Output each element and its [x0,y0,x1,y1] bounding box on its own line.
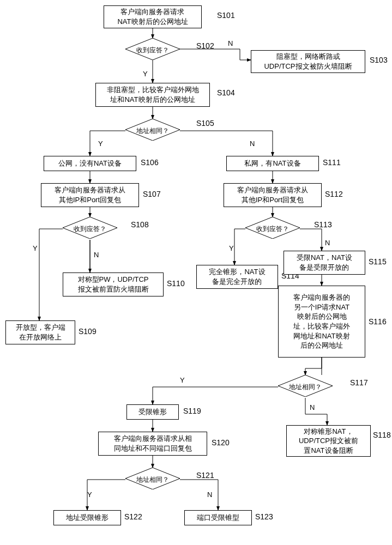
node-text: 对称型PW，UDP/TCP报文被前置防火墙阻断 [78,275,149,294]
node-s103: 阻塞型，网络断路或UDP/TCP报文被防火墙阻断 [251,50,365,73]
node-s106: 公网，没有NAT设备 [44,156,136,171]
node-s112: 客户端向服务器请求从其他IP和Port回复包 [224,183,322,207]
node-s109: 开放型，客户端在开放网络上 [5,320,75,344]
label-y: Y [180,376,185,384]
node-text: 地址相同？ [125,468,180,492]
label-y: Y [98,140,103,148]
node-s108: 收到应答？ [63,217,117,241]
node-text: 客户端向服务器请求从其他IP和Port回复包 [55,185,125,204]
node-text: 客户端向服务器请求NAT映射后的公网地址 [117,7,188,26]
node-text: 非阻塞型，比较客户端外网地址和NAT映射后的公网地址 [107,85,199,104]
step-label-s122: S122 [124,512,142,521]
step-label-s120: S120 [212,438,230,447]
step-label-s112: S112 [325,190,343,198]
label-n: N [207,491,212,499]
node-text: 地址相同？ [125,119,180,143]
node-s117: 地址相同？ [278,375,333,399]
node-text: 私网，有NAT设备 [244,159,300,168]
node-s120: 客户端向服务器请求从相同地址和不同端口回复包 [98,432,207,456]
node-s101: 客户端向服务器请求NAT映射后的公网地址 [104,5,202,28]
step-label-s103: S103 [370,56,388,64]
node-s107: 客户端向服务器请求从其他IP和Port回复包 [41,183,139,207]
step-label-s116: S116 [369,317,387,326]
label-y: Y [143,70,148,78]
node-text: 开放型，客户端在开放网络上 [16,323,65,342]
step-label-s123: S123 [255,512,273,521]
step-label-s110: S110 [167,279,185,288]
label-y: Y [229,244,234,252]
step-label-s106: S106 [141,158,159,167]
step-label-s111: S111 [323,158,341,167]
node-s111: 私网，有NAT设备 [226,156,319,171]
node-text: 客户端向服务器请求从其他IP和Port回复包 [237,185,308,204]
node-s114: 完全锥形，NAT设备是完全开放的 [196,265,278,289]
svg-line-10 [305,358,322,375]
node-s104: 非阻塞型，比较客户端外网地址和NAT映射后的公网地址 [95,83,210,107]
label-n: N [228,39,233,47]
label-y: Y [33,244,38,252]
node-text: 地址受限锥形 [66,513,108,523]
step-label-s117: S117 [350,378,368,387]
node-text: 受限NAT，NAT设备是受限开放的 [297,253,352,272]
label-n: N [310,403,315,411]
node-s102: 收到应答？ [125,38,180,62]
step-label-s107: S107 [143,190,161,198]
label-n: N [250,140,255,148]
node-s119: 受限锥形 [126,404,179,420]
node-text: 受限锥形 [138,407,167,417]
node-s122: 地址受限锥形 [53,510,121,525]
label-n: N [325,239,330,247]
label-n: N [94,251,99,259]
node-s121: 地址相同？ [125,468,180,492]
step-label-s104: S104 [217,88,235,97]
node-text: 收到应答？ [125,38,180,62]
node-text: 地址相同？ [278,375,333,399]
flowchart-canvas: 客户端向服务器请求NAT映射后的公网地址 S101 收到应答？ S102 Y N… [0,0,392,545]
node-s105: 地址相同？ [125,119,180,143]
step-label-s108: S108 [131,220,149,229]
node-text: 对称锥形NAT，UDP/TCP报文被前置NAT设备阻断 [299,427,358,456]
step-label-s101: S101 [217,11,235,20]
step-label-s109: S109 [79,327,97,336]
step-label-s105: S105 [196,119,214,128]
step-label-s102: S102 [196,41,214,50]
node-text: 端口受限锥型 [197,513,239,523]
node-s115: 受限NAT，NAT设备是受限开放的 [284,251,365,275]
node-text: 收到应答？ [63,217,117,241]
step-label-s119: S119 [183,407,201,415]
step-label-s118: S118 [373,431,391,439]
step-label-s115: S115 [369,257,387,266]
node-text: 客户端向服务器的另一个IP请求NAT映射后的公网地址，比较客户端外网地址和NAT… [293,293,350,350]
node-s123: 端口受限锥型 [184,510,252,525]
node-text: 公网，没有NAT设备 [58,159,122,168]
label-y: Y [87,491,92,499]
node-text: 完全锥形，NAT设备是完全开放的 [209,267,265,286]
node-s113: 收到应答？ [245,217,300,241]
node-s116: 客户端向服务器的另一个IP请求NAT映射后的公网地址，比较客户端外网地址和NAT… [278,286,365,358]
node-s110: 对称型PW，UDP/TCP报文被前置防火墙阻断 [63,272,164,296]
node-text: 客户端向服务器请求从相同地址和不同端口回复包 [114,434,192,453]
node-text: 收到应答？ [245,217,300,241]
step-label-s113: S113 [314,220,332,229]
node-s118: 对称锥形NAT，UDP/TCP报文被前置NAT设备阻断 [286,425,371,457]
node-text: 阻塞型，网络断路或UDP/TCP报文被防火墙阻断 [264,52,352,71]
step-label-s121: S121 [196,471,214,480]
